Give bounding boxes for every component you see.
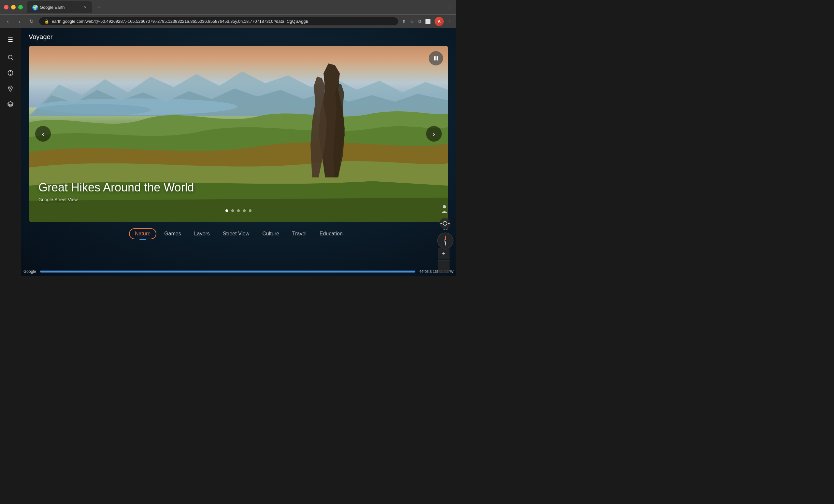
category-tab-nature[interactable]: Nature [129,228,156,239]
tab-favicon: 🌍 [32,4,37,10]
browser-menu-icon: ⋮ [447,4,452,10]
category-tabs: Nature Games Layers Street View Culture … [21,222,456,246]
indicator-dot-3[interactable] [237,209,240,212]
category-layers-label: Layers [194,231,210,236]
svg-point-9 [443,205,446,208]
slide-prev-button[interactable]: ‹ [35,126,51,142]
lock-icon: 🔒 [44,19,49,24]
slideshow-container: Great Hikes Around the World Google Stre… [29,46,448,222]
sidebar-item-layers[interactable] [4,98,17,111]
maximize-window-button[interactable] [18,5,23,9]
indicator-dot-4[interactable] [243,209,246,212]
sidebar: ☰ [0,28,21,276]
slide-indicators [225,209,251,212]
new-tab-button[interactable]: + [94,3,104,12]
zoom-in-icon: + [442,250,446,257]
app-container: ☰ [0,28,456,276]
zoom-in-button[interactable]: + [438,248,449,259]
address-field[interactable]: 🔒 earth.google.com/web/@-50.49269287,-16… [39,17,398,25]
slide-source: Google Street View [39,197,194,202]
bookmark-button[interactable]: ☆ [410,19,414,24]
indicator-dot-2[interactable] [231,209,234,212]
prev-arrow-icon: ‹ [42,130,44,138]
places-icon [7,85,14,93]
search-icon [7,54,14,62]
category-games-label: Games [164,231,181,236]
layers-icon [7,101,14,109]
category-education-label: Education [320,231,343,236]
slide-title: Great Hikes Around the World [39,181,194,194]
zoom-controls: + − [438,248,449,273]
indicator-dot-1[interactable] [225,209,228,212]
menu-icon: ☰ [8,36,13,43]
category-nature-label: Nature [135,231,151,236]
voyager-icon [7,70,14,78]
category-tab-games[interactable]: Games [159,228,186,239]
sidebar-toggle-button[interactable]: ☰ [4,33,17,46]
minimize-window-button[interactable] [11,5,16,9]
profile-avatar[interactable]: A [435,17,444,26]
street-view-button[interactable] [439,204,449,216]
category-travel-label: Travel [292,231,307,236]
category-tab-education[interactable]: Education [314,228,348,239]
browser-chrome: 🌍 Google Earth × + ⋮ ‹ › ↻ 🔒 earth.googl… [0,0,456,28]
voyager-title: Voyager [29,33,52,40]
zoom-out-button[interactable]: − [438,261,449,273]
category-streetview-label: Street View [223,231,249,236]
traffic-lights [4,5,23,9]
right-controls: 2D [430,28,456,276]
category-tab-travel[interactable]: Travel [287,228,312,239]
category-tab-street-view[interactable]: Street View [218,228,255,239]
svg-point-0 [8,55,12,59]
voyager-header: Voyager [21,28,456,46]
zoom-out-icon: − [442,264,446,271]
slide-text: Great Hikes Around the World Google Stre… [39,181,194,202]
back-button[interactable]: ‹ [4,18,12,25]
tab-bar: 🌍 Google Earth × + ⋮ [27,1,452,13]
extensions-button[interactable]: ⧉ [418,19,421,24]
rock-formation [299,64,364,178]
window-button[interactable]: ⬜ [425,19,431,24]
address-actions: ⬆ ☆ ⧉ ⬜ A ⋮ [402,17,452,26]
forward-button[interactable]: › [16,18,23,25]
category-tab-culture[interactable]: Culture [257,228,284,239]
tab-title-text: Google Earth [40,5,82,10]
location-button[interactable] [439,217,451,230]
share-button[interactable]: ⬆ [402,19,406,24]
address-bar: ‹ › ↻ 🔒 earth.google.com/web/@-50.492692… [0,14,456,28]
address-text: earth.google.com/web/@-50.49269287,-165.… [52,19,308,24]
close-window-button[interactable] [4,5,8,9]
svg-line-1 [12,58,13,60]
category-tab-layers[interactable]: Layers [189,228,215,239]
hillside-layer [29,108,448,222]
indicator-dot-5[interactable] [249,209,251,212]
sidebar-item-voyager[interactable] [4,67,17,80]
active-tab[interactable]: 🌍 Google Earth × [27,1,92,13]
refresh-button[interactable]: ↻ [27,18,35,25]
sidebar-item-search[interactable] [4,51,17,65]
main-content: Voyager [21,28,456,276]
chrome-menu-button[interactable]: ⋮ [447,19,452,24]
sidebar-item-places[interactable] [4,83,17,96]
browser-titlebar: 🌍 Google Earth × + ⋮ [0,0,456,14]
svg-point-3 [10,87,11,88]
zoom-divider [438,260,449,260]
compass-button[interactable] [437,232,454,250]
voyager-panel: Voyager [21,28,456,276]
close-tab-button[interactable]: × [84,4,87,10]
category-culture-label: Culture [262,231,279,236]
